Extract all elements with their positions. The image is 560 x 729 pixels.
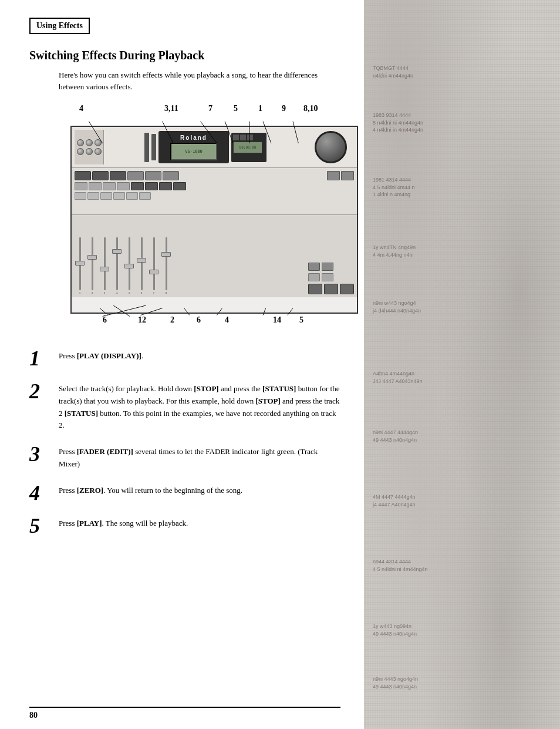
label-1: 1 xyxy=(258,104,262,113)
label-12: 12 xyxy=(138,315,146,325)
intro-text: Here's how you can switch effects while … xyxy=(59,69,340,92)
label-6b: 6 xyxy=(197,315,201,325)
step-number-1: 1 xyxy=(29,348,59,369)
step-4: 4 Press [ZERO]. You will return to the b… xyxy=(29,482,340,503)
knob xyxy=(86,139,93,146)
right-text-6: A4bn4 4m44ng4nJ4J 4447 A4043n49n xyxy=(373,370,554,385)
label-5-bot: 5 xyxy=(299,315,303,325)
diagram-labels-top: 4 3,11 7 5 1 9 8,10 xyxy=(79,104,340,125)
header-box: Using Effects xyxy=(29,18,90,34)
label-9: 9 xyxy=(282,104,286,113)
label-14: 14 xyxy=(273,315,281,325)
knob xyxy=(77,139,84,146)
knob xyxy=(95,148,102,155)
right-text-2: 1983 9314 44445 n4ldni ni 4m44ng4n4 n4ld… xyxy=(373,112,554,134)
step-2: 2 Select the track(s) for playback. Hold… xyxy=(29,381,340,432)
steps-container: 1 Press [PLAY (DISPLAY)]. 2 Select the t… xyxy=(29,348,340,536)
label-311: 3,11 xyxy=(164,104,178,113)
right-panel-background xyxy=(364,0,560,729)
label-2: 2 xyxy=(170,315,174,325)
section-title-text: Switching Effects During Playback xyxy=(29,49,204,62)
fader-track: 8 xyxy=(161,237,171,294)
fader-track: 5 xyxy=(124,237,134,294)
label-4-bot: 4 xyxy=(225,315,229,325)
main-content: Using Effects Switching Effects During P… xyxy=(0,0,364,729)
right-text-4: 1y wn4TN 4ng49n4 4m 4.44ng n4ni xyxy=(373,244,554,258)
right-text-5: n9ni w443 ngo4g4j4 d4h444 n40n4g4n xyxy=(373,300,554,314)
right-text-3: 1981 4314 44444 5 n4ldni 4m44 n1 4ldni n… xyxy=(373,176,554,199)
label-5-top: 5 xyxy=(234,104,238,113)
step-number-4: 4 xyxy=(29,482,59,503)
step-content-2: Select the track(s) for playback. Hold d… xyxy=(59,381,340,432)
step-content-1: Press [PLAY (DISPLAY)]. xyxy=(59,348,340,362)
main-dial xyxy=(315,131,347,163)
page-number: 80 xyxy=(29,711,38,720)
fader-track: 1 xyxy=(75,237,85,294)
step-3: 3 Press [FADER (EDIT)] several times to … xyxy=(29,444,340,471)
page-footer: 80 xyxy=(29,707,340,720)
right-text-11: n9ni 4443 ngo4g4n49 4443 n40n4g4n xyxy=(373,676,554,690)
knob xyxy=(86,148,93,155)
label-7: 7 xyxy=(208,104,212,113)
fader-track: 2 xyxy=(87,237,97,294)
right-text-1: TQBMGT 4444n4ldni 4m44ng4n xyxy=(373,65,554,79)
step-content-4: Press [ZERO]. You will return to the beg… xyxy=(59,482,340,497)
fader-track: 7 xyxy=(149,237,159,294)
label-6a: 6 xyxy=(103,315,107,325)
section-title: Switching Effects During Playback xyxy=(29,49,340,62)
step-number-5: 5 xyxy=(29,515,59,536)
device-diagram: Roland VS-1680 00:00:00 xyxy=(70,126,358,314)
right-text-9: n944 4314 44444 5 n4ldni ni 4m44ng4n xyxy=(373,558,554,573)
fader-track: 3 xyxy=(99,237,110,294)
diagram-container: 4 3,11 7 5 1 9 8,10 xyxy=(35,104,340,333)
fader-track: 4 xyxy=(112,237,122,294)
right-text-8: 4M 4447 4444g4nj4 4447 A40n4g4n xyxy=(373,493,554,508)
step-1: 1 Press [PLAY (DISPLAY)]. xyxy=(29,348,340,369)
right-text-7: n9ni 4447 4444g4n49 4443 n40n4g4n xyxy=(373,429,554,444)
header-title: Using Effects xyxy=(36,21,83,30)
step-content-3: Press [FADER (EDIT)] several times to le… xyxy=(59,444,340,471)
fader-track: 6 xyxy=(136,237,147,294)
right-panel: TQBMGT 4444n4ldni 4m44ng4n 1983 9314 444… xyxy=(364,0,560,729)
step-5: 5 Press [PLAY]. The song will be playbac… xyxy=(29,515,340,536)
diagram-labels-bottom: 6 12 2 6 4 14 5 xyxy=(79,315,340,333)
label-4-top: 4 xyxy=(79,104,83,113)
right-text-10: 1y w443 ng094n49 4443 n40n4g4n xyxy=(373,623,554,637)
label-810: 8,10 xyxy=(303,104,318,113)
knob xyxy=(77,148,84,155)
step-content-5: Press [PLAY]. The song will be playback. xyxy=(59,515,340,530)
knob xyxy=(95,139,102,146)
step-number-2: 2 xyxy=(29,381,59,402)
step-number-3: 3 xyxy=(29,444,59,465)
